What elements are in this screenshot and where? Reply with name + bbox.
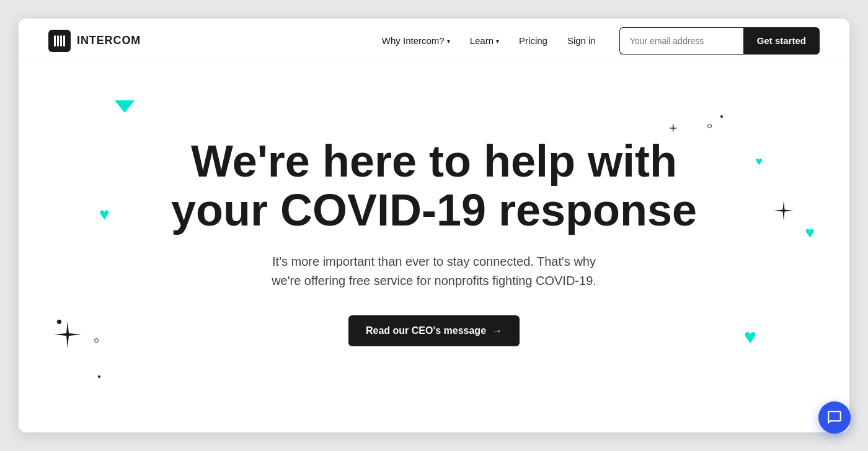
nav-why-intercom[interactable]: Why Intercom? ▾: [373, 30, 459, 51]
browser-frame: INTERCOM Why Intercom? ▾ Learn ▾ Pricing…: [19, 19, 849, 432]
ceo-btn-arrow: →: [492, 325, 502, 336]
deco-heart-right-1: ♥: [755, 155, 763, 167]
hero-cta-area: Read our CEO's message →: [348, 315, 520, 346]
logo[interactable]: INTERCOM: [48, 30, 141, 52]
deco-sparkle-bottom-left: [53, 320, 82, 352]
ceo-message-button[interactable]: Read our CEO's message →: [348, 315, 520, 346]
navbar: INTERCOM Why Intercom? ▾ Learn ▾ Pricing…: [19, 19, 849, 63]
nav-links: Why Intercom? ▾ Learn ▾ Pricing Sign in: [373, 30, 604, 51]
nav-learn[interactable]: Learn ▾: [461, 30, 508, 51]
deco-cross-top-right: +: [669, 120, 677, 136]
deco-triangle-top-left: [115, 100, 135, 113]
deco-heart-right-2: ♥: [805, 224, 815, 240]
svg-rect-3: [63, 35, 65, 46]
svg-rect-1: [57, 35, 59, 46]
deco-dot-tiny-left: [98, 375, 100, 378]
svg-rect-0: [54, 35, 56, 46]
get-started-button[interactable]: Get started: [743, 27, 820, 55]
nav-sign-in[interactable]: Sign in: [559, 30, 604, 51]
deco-dot-top-right: [707, 124, 712, 128]
why-intercom-chevron: ▾: [447, 38, 450, 45]
chat-bubble-button[interactable]: [818, 401, 851, 434]
deco-dot-tiny-top-right: [720, 115, 723, 118]
deco-dot-left: [94, 338, 99, 343]
hero-title: We're here to help with your COVID-19 re…: [171, 137, 697, 235]
nav-cta: Get started: [619, 27, 820, 55]
svg-rect-2: [60, 35, 62, 46]
hero-section: ♥ + ♥ ♥ ♥ We're here to help: [19, 63, 849, 432]
logo-icon: [48, 30, 71, 52]
deco-dot-fill-left: [57, 320, 61, 324]
deco-heart-left: ♥: [99, 206, 110, 223]
deco-heart-bottom-right: ♥: [744, 326, 756, 347]
nav-pricing[interactable]: Pricing: [510, 30, 556, 51]
hero-subtitle: It's more important than ever to stay co…: [267, 252, 601, 291]
email-input[interactable]: [619, 27, 743, 55]
deco-sparkle-right: [773, 199, 795, 224]
brand-name: INTERCOM: [77, 34, 141, 47]
learn-chevron: ▾: [496, 38, 499, 45]
